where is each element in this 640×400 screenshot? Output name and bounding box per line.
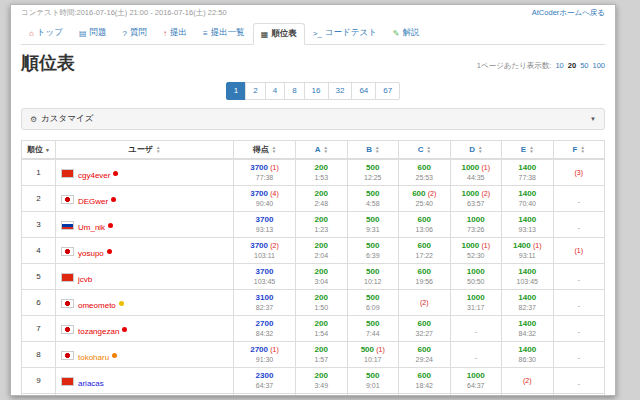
user-link[interactable]: Um_nik [78, 223, 105, 232]
problem-link-C[interactable]: C [418, 145, 424, 154]
column-header-user[interactable]: ユーザ▲▼ [56, 141, 234, 160]
column-header-problem-A[interactable]: A▲▼ [296, 141, 348, 160]
problem-time: 3:49 [298, 381, 345, 390]
browser-page: コンテスト時間:2016-07-16(土) 21:00 - 2016-07-16… [10, 4, 616, 396]
standings-row: 5jcvb3700103:452003:0450010:1260019:5610… [22, 264, 605, 290]
total-score-cell: 370093:13 [234, 212, 296, 238]
total-penalty: (2) [270, 242, 279, 249]
page-button-1[interactable]: 1 [226, 82, 246, 100]
problem-result-cell: 140082:37 [502, 290, 554, 316]
total-score-cell: 3700 (4)90:40 [234, 186, 296, 212]
problem-result-cell: (1) [553, 238, 605, 264]
problem-result-cell: 100064:37 [450, 368, 502, 394]
problem-result-cell: 1400103:45 [502, 264, 554, 290]
user-link[interactable]: cgy4ever [78, 171, 110, 180]
tab-label: コードテスト [325, 27, 377, 39]
problem-penalty-only: (2) [401, 298, 448, 308]
user-link[interactable]: jcvb [78, 275, 92, 284]
user-cell: ariacas [56, 368, 234, 394]
tab-label: 解説 [403, 27, 420, 39]
page-button-8[interactable]: 8 [284, 82, 304, 100]
problem-result-cell: 60025:53 [399, 159, 451, 186]
column-header-problem-D[interactable]: D▲▼ [450, 141, 502, 160]
per-page-option-20[interactable]: 20 [568, 61, 576, 70]
problem-score: 500 [350, 241, 397, 251]
user-link[interactable]: ariacas [78, 379, 104, 388]
total-time: 82:37 [236, 303, 293, 312]
home-icon: ⌂ [29, 29, 34, 38]
problem-link-D[interactable]: D [469, 145, 475, 154]
standings-row: 1023002005006001000-- [22, 394, 605, 397]
problem-time: 6:09 [350, 303, 397, 312]
problem-time: 10:12 [350, 277, 397, 286]
sort-icon: ▲▼ [272, 146, 276, 154]
tab-submit[interactable]: ↑提出 [155, 22, 195, 44]
user-link[interactable]: yosupo [78, 249, 104, 258]
problem-result-cell: 2001:50 [296, 290, 348, 316]
sort-down-icon: ▼ [426, 150, 430, 154]
problem-score: 200 [298, 293, 345, 303]
problem-result-cell: 2003:49 [296, 368, 348, 394]
problem-score: 1000 (2) [453, 189, 500, 199]
problem-result-cell: (2) [502, 368, 554, 394]
problem-score: 1400 [504, 319, 551, 329]
problem-score: 1000 [453, 293, 500, 303]
problem-score: 200 [298, 345, 345, 355]
problem-score: 1400 [504, 293, 551, 303]
page-button-2[interactable]: 2 [245, 82, 265, 100]
problem-score: 600 [401, 371, 448, 381]
column-header-problem-E[interactable]: E▲▼ [502, 141, 554, 160]
page-button-64[interactable]: 64 [351, 82, 376, 100]
problem-score: 500 [350, 293, 397, 303]
problems-icon: ▤ [79, 29, 87, 38]
problem-time: 1:53 [298, 173, 345, 182]
per-page-option-100[interactable]: 100 [592, 61, 605, 70]
problem-score: 600 [401, 345, 448, 355]
tab-top[interactable]: ⌂トップ [21, 22, 71, 44]
problem-score-value: 1000 [467, 371, 485, 380]
problem-result-cell: 2001:53 [296, 159, 348, 186]
no-submission-dash: - [577, 353, 580, 362]
user-link[interactable]: DEGwer [78, 197, 108, 206]
page-button-16[interactable]: 16 [304, 82, 329, 100]
per-page-option-50[interactable]: 50 [580, 61, 588, 70]
customize-panel-header[interactable]: ⚙ カスタマイズ ▼ [21, 108, 605, 130]
column-header-score[interactable]: 得点▲▼ [234, 141, 296, 160]
problem-score: 1400 [504, 345, 551, 355]
tab-problems[interactable]: ▤問題 [71, 22, 115, 44]
column-header-problem-F[interactable]: F▲▼ [553, 141, 605, 160]
problem-link-F[interactable]: F [573, 145, 578, 154]
problem-score-value: 1000 [467, 293, 485, 302]
user-link[interactable]: tozangezan [78, 327, 119, 336]
problem-time: 93:13 [504, 225, 551, 234]
page-button-4[interactable]: 4 [265, 82, 285, 100]
problem-link-B[interactable]: B [366, 145, 372, 154]
total-score-cell: 3700 (1)77:38 [234, 159, 296, 186]
tab-editorial[interactable]: ✎解説 [385, 22, 428, 44]
problem-link-A[interactable]: A [315, 145, 321, 154]
problem-time: 73:26 [453, 225, 500, 234]
no-submission-dash: - [577, 327, 580, 336]
tab-codetest[interactable]: >_コードテスト [305, 22, 385, 44]
page-button-67[interactable]: 67 [375, 82, 400, 100]
problem-result-cell: 2001:23 [296, 212, 348, 238]
user-link[interactable]: omeometo [78, 301, 116, 310]
rank-cell: 8 [22, 342, 56, 368]
total-score: 3700 (2) [236, 241, 293, 251]
column-header-problem-C[interactable]: C▲▼ [399, 141, 451, 160]
column-header-problem-B[interactable]: B▲▼ [347, 141, 399, 160]
user-link[interactable]: tokoharu [78, 353, 109, 362]
per-page-option-10[interactable]: 10 [555, 61, 563, 70]
atcoder-home-link[interactable]: AtCoderホームへ戻る [532, 8, 605, 18]
tab-questions[interactable]: ?質問 [115, 22, 155, 44]
column-header-rank[interactable]: 順位▼ [22, 141, 56, 160]
user-cell: tozangezan [56, 316, 234, 342]
problem-result-cell: 60013:06 [399, 212, 451, 238]
tab-submissions[interactable]: ≡提出一覧 [195, 22, 253, 44]
page-button-32[interactable]: 32 [328, 82, 353, 100]
tab-standings[interactable]: ▦順位表 [253, 23, 305, 45]
user-cell: omeometo [56, 290, 234, 316]
problem-link-E[interactable]: E [521, 145, 526, 154]
problem-result-cell: - [502, 394, 554, 397]
problem-time: 29:24 [401, 355, 448, 364]
